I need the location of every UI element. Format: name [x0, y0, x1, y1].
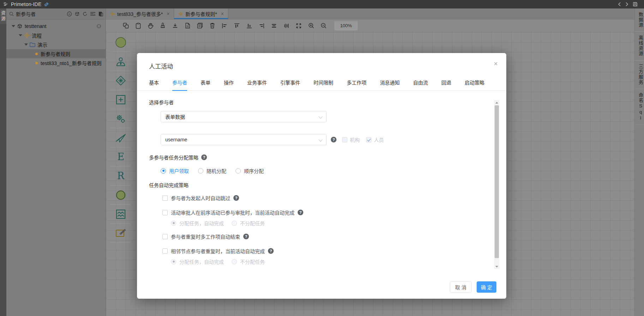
dialog-tab-participant[interactable]: 参与者 [172, 79, 187, 90]
tree-item-test833-rule[interactable]: test833_nto1_新参与者规则 [6, 58, 106, 68]
dialog-tab-multi-workitem[interactable]: 多工作项 [347, 79, 366, 90]
toolbar-distribute-v-icon[interactable] [283, 22, 290, 29]
radio-assign-auto-complete-disabled[interactable]: 分配任务，自动完成 [171, 258, 224, 265]
radio-no-assign-disabled[interactable]: 不分配任务 [232, 258, 265, 265]
palette-signal-node[interactable] [111, 205, 131, 224]
toolbar-align-top-icon[interactable] [233, 22, 240, 29]
toolbar-document-icon[interactable] [184, 22, 191, 29]
radio-sequential-assign[interactable]: 顺序分配 [235, 167, 264, 174]
participant-field-select[interactable]: username [161, 134, 327, 145]
toolbar-align-right-icon[interactable] [258, 22, 265, 29]
expander-icon[interactable] [18, 34, 22, 37]
palette-end-node[interactable] [111, 186, 131, 205]
help-icon[interactable]: ? [298, 210, 303, 215]
person-checkbox[interactable] [366, 137, 371, 142]
nav-back-icon[interactable] [618, 2, 621, 6]
checkbox-duplicate-workitem-end[interactable]: 参与者重复时多工作项自动结束 ? [162, 233, 482, 240]
radio-no-assign-disabled[interactable]: 不分配任务 [232, 220, 265, 227]
cube-plus-icon[interactable] [74, 11, 80, 17]
scrollbar-up-arrow[interactable] [494, 100, 499, 105]
tree-item-demo-folder[interactable]: 演示 [6, 40, 106, 49]
toolbar-clipboard-icon[interactable] [135, 22, 142, 29]
toolbar-hand-pan-icon[interactable] [147, 22, 154, 29]
scrollbar-down-arrow[interactable] [494, 264, 499, 269]
palette-decision-gateway[interactable] [111, 71, 131, 90]
locate-file-icon[interactable] [98, 11, 103, 17]
dialog-tab-free-flow[interactable]: 自由流 [413, 79, 428, 90]
dialog-tab-basic[interactable]: 基本 [149, 79, 159, 90]
dialog-tab-rollback[interactable]: 回退 [441, 79, 451, 90]
collapse-list-icon[interactable] [90, 11, 96, 16]
datasource-vertical-tab[interactable]: 数据源 [635, 8, 644, 32]
toolbar-zoom-in-icon[interactable] [308, 22, 315, 29]
save-icon[interactable] [633, 2, 638, 7]
help-icon[interactable]: ? [331, 137, 336, 142]
toolbar-clean-brush-icon[interactable] [159, 22, 166, 29]
tab-close-icon[interactable]: × [221, 11, 224, 17]
radio-user-claim[interactable]: 用户领取 [161, 167, 189, 174]
toolbar-align-bottom-icon[interactable] [246, 22, 253, 29]
checkbox-approver-participated[interactable]: 活动审批人在前序活动已参与审批时，当前活动自动完成 ? [162, 209, 482, 216]
ai-icon[interactable]: AI [67, 11, 72, 17]
tab-close-icon[interactable]: × [167, 11, 169, 17]
dialog-body: 选择参与者 表单数据 username ? 机构 人员 [137, 91, 506, 267]
expander-icon[interactable] [24, 43, 28, 46]
dialog-tab-start-strategy[interactable]: 启动策略 [465, 79, 484, 90]
dialog-tab-form[interactable]: 表单 [201, 79, 210, 90]
tree-item-process[interactable]: 流程 [6, 31, 106, 40]
dialog-tab-business-event[interactable]: 业务事件 [247, 79, 267, 90]
toolbar-download-icon[interactable] [172, 22, 179, 29]
refresh-icon[interactable] [82, 11, 88, 17]
help-icon[interactable]: ? [243, 234, 249, 239]
toolbar-fit-screen-icon[interactable] [295, 22, 302, 29]
editor-tab-test833[interactable]: test833_参与者很多* × [106, 8, 174, 19]
help-icon[interactable]: ? [268, 248, 274, 254]
tree-item-new-participant-rule[interactable]: 新参与者规则 [6, 49, 106, 58]
palette-manual-activity[interactable] [111, 52, 131, 71]
palette-e-activity[interactable]: E [111, 147, 131, 166]
scrollbar-thumb[interactable] [495, 105, 499, 258]
search-input[interactable] [16, 11, 67, 17]
toolbar-zoom-out-icon[interactable] [320, 22, 327, 29]
dialog-tab-notification[interactable]: 消息通知 [380, 79, 400, 90]
link-icon[interactable] [44, 2, 49, 7]
palette-annotation[interactable] [111, 224, 131, 243]
toolbar-delete-trash-icon[interactable] [209, 22, 216, 29]
palette-message-send[interactable] [111, 128, 131, 147]
palette-auto-activity[interactable] [111, 109, 131, 128]
help-icon[interactable]: ? [201, 154, 207, 160]
dialog-scrollbar[interactable] [494, 100, 499, 269]
radio-random-assign[interactable]: 随机分配 [198, 167, 226, 174]
toolbar-copy-document-icon[interactable] [196, 22, 203, 29]
dialog-close-icon[interactable]: × [494, 60, 498, 67]
sync-icon[interactable] [96, 24, 101, 29]
cancel-button[interactable]: 取 消 [450, 281, 472, 293]
checkbox-adjacent-duplicate[interactable]: 相邻节点参与者重复时，当前活动自动完成 ? [162, 247, 482, 254]
offline-resources-vertical-tab[interactable]: 离线资源 [635, 32, 644, 60]
checkbox-skip-initiator[interactable]: 参与者为发起人时自动跳过 ? [162, 194, 482, 201]
help-icon[interactable]: ? [233, 195, 239, 201]
third-party-services-vertical-tab[interactable]: 三方服务 [635, 60, 644, 89]
dialog-tab-engine-event[interactable]: 引擎事件 [280, 79, 300, 90]
palette-subprocess[interactable] [111, 90, 131, 109]
zoom-level-chip[interactable]: 100% [334, 21, 358, 30]
tree-item-testtenant[interactable]: testtenant [6, 22, 106, 31]
toolbar-align-left-icon[interactable] [221, 22, 228, 29]
resources-vertical-tab[interactable]: 资源 [0, 8, 6, 24]
org-checkbox[interactable] [342, 137, 347, 142]
participant-type-select[interactable]: 表单数据 [161, 111, 327, 122]
nav-forward-icon[interactable] [625, 2, 628, 6]
palette-r-activity[interactable]: R [111, 166, 131, 186]
dialog-tab-action[interactable]: 操作 [224, 79, 234, 90]
dialog-tab-time-limit[interactable]: 时间限制 [314, 79, 333, 90]
expander-icon[interactable] [11, 24, 15, 28]
radio-assign-auto-complete-disabled[interactable]: 分配任务，自动完成 [171, 220, 224, 227]
confirm-button[interactable]: 确 定 [477, 281, 496, 293]
toolbar-copy-icon[interactable] [122, 22, 129, 29]
editor-tab-new-participant-rule[interactable]: 新参与者规则* × [174, 8, 228, 19]
toolbar-align-center-h-icon[interactable] [270, 22, 278, 29]
named-sql-vertical-tab[interactable]: 命名Sql [635, 89, 644, 125]
palette-start-node[interactable] [111, 33, 131, 52]
process-file-icon [110, 12, 115, 16]
radio-icon [232, 259, 237, 264]
